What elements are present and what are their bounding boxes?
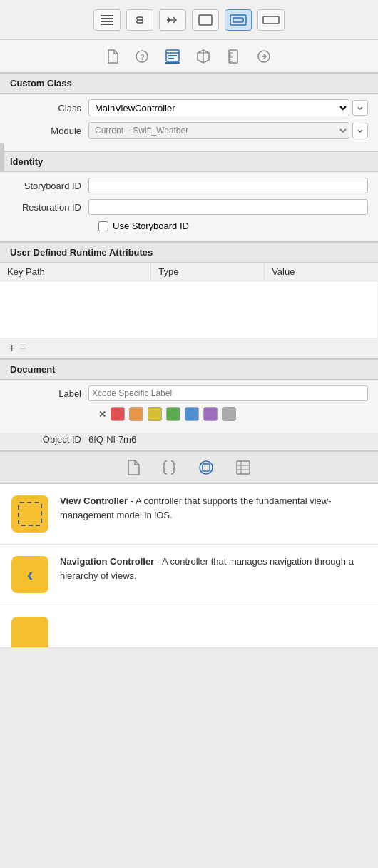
class-select[interactable]: MainViewController bbox=[88, 99, 349, 116]
nav-title: Navigation Controller bbox=[60, 556, 154, 567]
svg-rect-17 bbox=[229, 50, 237, 63]
document-header: Document bbox=[0, 359, 378, 380]
restoration-id-label: Restoration ID bbox=[10, 202, 88, 213]
document-section: Label ✕ bbox=[0, 380, 378, 433]
label-label: Label bbox=[10, 388, 88, 399]
toolbar-forward-btn[interactable] bbox=[159, 9, 186, 31]
svg-rect-7 bbox=[233, 18, 243, 22]
nav-chevron-icon: ‹ bbox=[27, 564, 34, 586]
nav-icon-wrap: ‹ bbox=[10, 555, 50, 595]
color-swatch-yellow[interactable] bbox=[148, 407, 162, 421]
svg-rect-3 bbox=[101, 24, 113, 25]
bottom-circle-square-btn[interactable] bbox=[198, 460, 214, 475]
icon-attributes-btn[interactable] bbox=[197, 49, 210, 64]
icon-arrow-circle-btn[interactable] bbox=[257, 49, 271, 64]
color-swatch-red[interactable] bbox=[111, 407, 125, 421]
use-storyboard-label: Use Storyboard ID bbox=[113, 221, 189, 231]
module-row: Module Current – Swift_Weather bbox=[10, 122, 368, 139]
color-swatch-purple[interactable] bbox=[203, 407, 218, 421]
vc-inner-box bbox=[18, 502, 42, 526]
toolbar-layout2-btn[interactable] bbox=[225, 9, 252, 31]
toolbar-align-btn[interactable] bbox=[93, 9, 121, 31]
restoration-id-row: Restoration ID bbox=[10, 199, 368, 215]
color-row: ✕ bbox=[10, 407, 368, 421]
svg-rect-13 bbox=[168, 55, 177, 56]
partial-icon bbox=[11, 617, 48, 648]
svg-rect-14 bbox=[168, 58, 174, 59]
svg-rect-0 bbox=[101, 15, 113, 16]
storyboard-id-row: Storyboard ID bbox=[10, 178, 368, 193]
class-select-wrap: MainViewController bbox=[88, 99, 368, 116]
storyboard-id-label: Storyboard ID bbox=[10, 181, 88, 191]
svg-rect-25 bbox=[203, 464, 210, 471]
module-select[interactable]: Current – Swift_Weather bbox=[88, 122, 349, 139]
icon-identity-btn[interactable] bbox=[165, 49, 180, 64]
object-id-row: Object ID 6fQ-Nl-7m6 bbox=[0, 433, 378, 450]
icon-file-btn[interactable] bbox=[107, 49, 118, 64]
bottom-icon-toolbar bbox=[0, 451, 378, 484]
svg-rect-1 bbox=[101, 18, 113, 19]
svg-rect-8 bbox=[263, 16, 279, 24]
module-select-wrap: Current – Swift_Weather bbox=[88, 122, 368, 139]
vc-icon bbox=[11, 495, 48, 533]
label-input[interactable] bbox=[88, 385, 368, 401]
object-id-label: Object ID bbox=[10, 434, 88, 445]
remove-attribute-btn[interactable]: − bbox=[19, 343, 26, 354]
runtime-attributes-header: User Defined Runtime Attributes bbox=[0, 242, 378, 263]
nav-icon: ‹ bbox=[11, 556, 48, 593]
custom-class-section: Class MainViewController Module Current … bbox=[0, 94, 378, 151]
class-row: Class MainViewController bbox=[10, 99, 368, 116]
top-toolbar bbox=[0, 0, 378, 40]
vc-icon-wrap bbox=[10, 494, 50, 534]
vc-library-text: View Controller - A controller that supp… bbox=[60, 494, 368, 522]
use-storyboard-checkbox[interactable] bbox=[98, 221, 108, 231]
identity-header: Identity bbox=[0, 151, 378, 172]
partial-icon-wrap bbox=[10, 615, 50, 648]
empty-row bbox=[0, 281, 378, 338]
storyboard-id-input[interactable] bbox=[88, 178, 368, 193]
vc-title: View Controller bbox=[60, 495, 128, 506]
use-storyboard-row: Use Storyboard ID bbox=[10, 221, 368, 231]
svg-point-24 bbox=[200, 461, 213, 474]
runtime-attributes-table: Key Path Type Value bbox=[0, 263, 378, 338]
add-remove-row: + − bbox=[0, 338, 378, 359]
left-edge-indicator bbox=[0, 143, 4, 171]
class-arrow-btn[interactable] bbox=[352, 100, 368, 116]
nav-library-text: Navigation Controller - A controller tha… bbox=[60, 555, 368, 582]
bottom-list-btn[interactable] bbox=[235, 460, 251, 475]
label-row: Label bbox=[10, 385, 368, 401]
color-swatch-blue[interactable] bbox=[185, 407, 199, 421]
library-item-nav: ‹ Navigation Controller - A controller t… bbox=[0, 545, 378, 605]
identity-section: Storyboard ID Restoration ID Use Storybo… bbox=[0, 172, 378, 241]
color-swatch-green[interactable] bbox=[166, 407, 180, 421]
color-swatch-gray[interactable] bbox=[222, 407, 236, 421]
module-label: Module bbox=[10, 126, 88, 136]
icon-ruler-btn[interactable] bbox=[227, 49, 240, 64]
col-keypath: Key Path bbox=[0, 263, 151, 281]
svg-rect-2 bbox=[101, 21, 113, 22]
toolbar-layout1-btn[interactable] bbox=[192, 9, 219, 31]
icon-help-btn[interactable]: ? bbox=[136, 50, 148, 63]
object-id-value: 6fQ-Nl-7m6 bbox=[88, 434, 136, 445]
library-item-vc: View Controller - A controller that supp… bbox=[0, 484, 378, 545]
col-value: Value bbox=[265, 263, 378, 281]
bottom-braces-btn[interactable] bbox=[161, 460, 177, 475]
class-label: Class bbox=[10, 103, 88, 113]
col-type: Type bbox=[151, 263, 265, 281]
toolbar-layout3-btn[interactable] bbox=[257, 9, 285, 31]
svg-rect-26 bbox=[237, 461, 250, 474]
color-none-btn[interactable]: ✕ bbox=[98, 409, 106, 420]
module-arrow-btn[interactable] bbox=[352, 123, 368, 138]
add-attribute-btn[interactable]: + bbox=[9, 343, 15, 354]
svg-rect-5 bbox=[199, 15, 212, 25]
svg-text:?: ? bbox=[141, 52, 145, 61]
bottom-file-btn[interactable] bbox=[127, 460, 140, 475]
color-swatch-orange[interactable] bbox=[129, 407, 143, 421]
library-item-partial bbox=[0, 605, 378, 648]
toolbar-link-btn[interactable] bbox=[126, 9, 153, 31]
icon-toolbar: ? bbox=[0, 40, 378, 73]
custom-class-header: Custom Class bbox=[0, 73, 378, 94]
restoration-id-input[interactable] bbox=[88, 199, 368, 215]
